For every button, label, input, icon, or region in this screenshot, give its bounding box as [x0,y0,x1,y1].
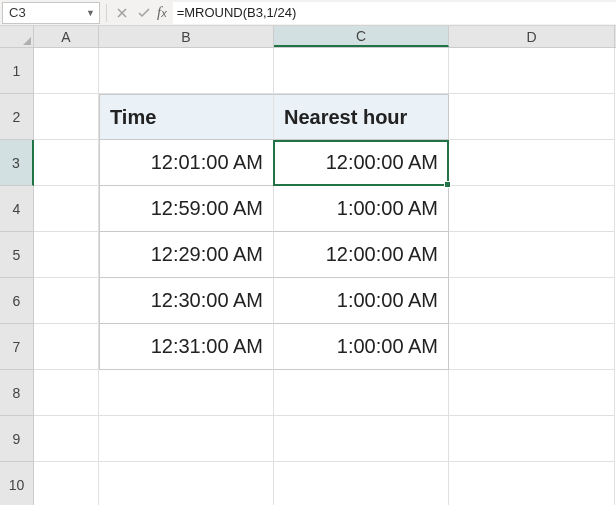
cell-A1[interactable] [34,48,99,94]
cell-A7[interactable] [34,324,99,370]
cell-C1[interactable] [274,48,449,94]
cell-D1[interactable] [449,48,615,94]
cell-C5[interactable]: 12:00:00 AM [274,232,449,278]
cell-A2[interactable] [34,94,99,140]
row-header-5[interactable]: 5 [0,232,34,278]
cell-C4[interactable]: 1:00:00 AM [274,186,449,232]
row-9: 9 [0,416,616,462]
formula-bar: C3 ▼ fx =MROUND(B3,1/24) [0,0,616,26]
row-2: 2 Time Nearest hour [0,94,616,140]
cell-D6[interactable] [449,278,615,324]
row-6: 6 12:30:00 AM 1:00:00 AM [0,278,616,324]
cell-C9[interactable] [274,416,449,462]
dropdown-icon[interactable]: ▼ [86,8,95,18]
table-header-nearest[interactable]: Nearest hour [274,94,449,140]
cell-A8[interactable] [34,370,99,416]
cell-B9[interactable] [99,416,274,462]
column-header-B[interactable]: B [99,26,274,47]
fx-icon[interactable]: fx [157,4,167,21]
cell-C7[interactable]: 1:00:00 AM [274,324,449,370]
cell-A3[interactable] [34,140,99,186]
row-header-7[interactable]: 7 [0,324,34,370]
cell-D8[interactable] [449,370,615,416]
cell-D3[interactable] [449,140,615,186]
row-header-6[interactable]: 6 [0,278,34,324]
cell-A4[interactable] [34,186,99,232]
cell-A5[interactable] [34,232,99,278]
name-box[interactable]: C3 ▼ [2,2,100,24]
column-header-row: A B C D [0,26,616,48]
spreadsheet-grid: A B C D 1 2 Time Nearest hour 3 12:01:00… [0,26,616,505]
cell-A9[interactable] [34,416,99,462]
cell-B5[interactable]: 12:29:00 AM [99,232,274,278]
row-5: 5 12:29:00 AM 12:00:00 AM [0,232,616,278]
row-header-2[interactable]: 2 [0,94,34,140]
cell-B1[interactable] [99,48,274,94]
name-box-value: C3 [9,5,26,20]
cell-D10[interactable] [449,462,615,505]
cell-A6[interactable] [34,278,99,324]
row-1: 1 [0,48,616,94]
cell-A10[interactable] [34,462,99,505]
column-header-A[interactable]: A [34,26,99,47]
row-4: 4 12:59:00 AM 1:00:00 AM [0,186,616,232]
column-header-C[interactable]: C [274,26,449,47]
cell-D5[interactable] [449,232,615,278]
cancel-icon[interactable] [111,2,133,24]
row-header-8[interactable]: 8 [0,370,34,416]
cell-C6[interactable]: 1:00:00 AM [274,278,449,324]
table-header-time[interactable]: Time [99,94,274,140]
row-header-3[interactable]: 3 [0,140,34,186]
cell-B10[interactable] [99,462,274,505]
enter-icon[interactable] [133,2,155,24]
cell-D2[interactable] [449,94,615,140]
cell-B8[interactable] [99,370,274,416]
formula-input[interactable]: =MROUND(B3,1/24) [173,2,616,24]
column-header-D[interactable]: D [449,26,615,47]
cell-B6[interactable]: 12:30:00 AM [99,278,274,324]
formula-text: =MROUND(B3,1/24) [177,5,297,20]
cell-C8[interactable] [274,370,449,416]
cell-C10[interactable] [274,462,449,505]
row-7: 7 12:31:00 AM 1:00:00 AM [0,324,616,370]
row-header-10[interactable]: 10 [0,462,34,505]
cell-B3[interactable]: 12:01:00 AM [99,140,274,186]
cell-C3[interactable]: 12:00:00 AM [274,140,449,186]
row-header-9[interactable]: 9 [0,416,34,462]
cell-D9[interactable] [449,416,615,462]
row-10: 10 [0,462,616,505]
separator [106,4,107,22]
row-8: 8 [0,370,616,416]
cell-D4[interactable] [449,186,615,232]
row-header-1[interactable]: 1 [0,48,34,94]
select-all-corner[interactable] [0,26,34,47]
row-3: 3 12:01:00 AM 12:00:00 AM [0,140,616,186]
cell-B4[interactable]: 12:59:00 AM [99,186,274,232]
cell-D7[interactable] [449,324,615,370]
row-header-4[interactable]: 4 [0,186,34,232]
cell-B7[interactable]: 12:31:00 AM [99,324,274,370]
